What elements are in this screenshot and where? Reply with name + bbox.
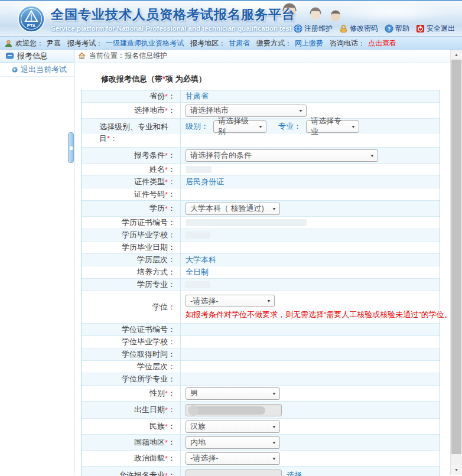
app-subtitle: Service platform for National Profession… [51, 25, 295, 32]
form-row-degree-school: 学位毕业学校： [82, 336, 440, 348]
app-title: 全国专业技术人员资格考试报名服务平台 [51, 6, 295, 24]
masked-value [186, 232, 210, 239]
sidebar-group-exam-info[interactable]: 报考信息 [0, 50, 74, 63]
form-row-name: 姓名*： [82, 164, 440, 176]
select-arrow-icon: ▼ [272, 440, 276, 445]
breadcrumb: 当前位置：报名信息维护 [74, 50, 450, 63]
region-label: 报考地区： [190, 38, 226, 48]
form-row-edu-cert-no: 学历证书编号： [82, 217, 440, 229]
form-row-id-number: 证件号码*： [82, 188, 440, 201]
select-arrow-icon: ▼ [272, 456, 276, 461]
power-icon [416, 24, 425, 33]
region-name: 甘肃省 [229, 38, 250, 48]
form-row-degree-date: 学位取得时间： [82, 348, 440, 361]
form-row-training-mode: 培养方式： 全日制 [82, 266, 440, 279]
masked-value [186, 166, 212, 173]
degree-select[interactable]: -请选择-▼ [186, 295, 275, 307]
form-row-edu-major: 学历专业： [82, 279, 440, 291]
form-row-edu-date: 学历毕业日期： [82, 242, 440, 254]
payment-method: 网上缴费 [295, 38, 323, 48]
select-arrow-icon: ▼ [266, 299, 271, 304]
form-row-education: 学历*： 大学本科（ 核验通过)▼ [82, 201, 440, 217]
welcome-label: 欢迎您： [15, 38, 44, 48]
level-select[interactable]: 请选择级别▼ [213, 120, 266, 133]
degree-note: 如报考条件对学位不做要求，则无需选择“需要人工核验或核验未通过”的学位。 [186, 309, 452, 320]
folder-icon [6, 53, 14, 59]
payment-label: 缴费方式： [256, 38, 292, 48]
scroll-down-button[interactable]: ▼ [451, 465, 462, 475]
form-title: 修改报考信息（带*项 为必填） [101, 74, 450, 84]
form-row-degree-major: 学位所学专业： [82, 373, 440, 386]
form-row-edu-school: 学历毕业学校： [82, 229, 440, 242]
form-row-gender: 性别*： 男▼ [82, 386, 440, 402]
condition-select[interactable]: 请选择符合的条件▼ [186, 149, 378, 162]
form-row-id-type: 证件类型*： 居民身份证 [82, 176, 440, 188]
lock-icon [339, 24, 348, 33]
logo-text: PTA [27, 23, 36, 28]
exam-name: 一级建造师执业资格考试 [106, 38, 184, 48]
user-icon [5, 40, 12, 47]
registration-form: 省份*： 甘肃省 选择地市*： 请选择地市▼ 选择级别、专业和科目*： 级别： … [81, 90, 440, 476]
select-arrow-icon: ▼ [351, 124, 356, 129]
select-arrow-icon: ▼ [258, 124, 263, 129]
header-links: 注册维护 修改密码 ? 帮助 安全退出 [294, 24, 455, 34]
masked-value [190, 406, 265, 415]
nationality-select[interactable]: 内地▼ [186, 436, 280, 449]
app-header: PTA 全国专业技术人员资格考试报名服务平台 Service platform … [0, 0, 462, 37]
register-maintain-link[interactable]: 注册维护 [294, 24, 333, 34]
major-select[interactable]: 请选择专业▼ [306, 120, 359, 133]
safe-logout-link[interactable]: 安全退出 [416, 24, 455, 34]
select-arrow-icon: ▼ [272, 391, 276, 396]
user-name: 尹嘉 [47, 38, 61, 48]
sidebar-collapse-handle[interactable] [68, 132, 74, 163]
help-link[interactable]: ? 帮助 [385, 24, 409, 34]
phone-view-link[interactable]: 点击查看 [368, 38, 396, 48]
form-row-nationality: 国籍地区*： 内地▼ [82, 435, 440, 451]
form-row-level-major: 选择级别、专业和科目*： 级别： 请选择级别▼ 专业： 请选择专业▼ [82, 119, 440, 148]
form-row-birthdate: 出生日期*： [82, 402, 440, 419]
form-row-degree: 学位： -请选择-▼ 如报考条件对学位不做要求，则无需选择“需要人工核验或核验未… [82, 291, 440, 324]
phone-label: 咨询电话： [330, 38, 365, 48]
form-row-political-status: 政治面貌*： -请选择-▼ [82, 451, 440, 467]
form-row-province: 省份*： 甘肃省 [82, 90, 440, 103]
form-row-degree-cert-no: 学位证书编号： [82, 324, 440, 336]
bullet-arrow-icon [12, 67, 18, 73]
form-row-condition: 报考条件*： 请选择符合的条件▼ [82, 148, 440, 164]
birthdate-input-disabled [186, 404, 282, 416]
scrollbar-thumb[interactable] [451, 60, 461, 454]
user-info-bar: 欢迎您：尹嘉 报考考试：一级建造师执业资格考试 报考地区：甘肃省 缴费方式：网上… [0, 37, 462, 50]
select-arrow-icon: ▼ [272, 424, 276, 429]
edu-level-value: 大学本科 [186, 255, 216, 265]
id-type-value: 居民身份证 [186, 177, 224, 187]
platform-logo: PTA [18, 5, 45, 32]
form-row-ethnicity: 民族*： 汉族▼ [82, 419, 440, 435]
choose-major-link[interactable]: 选择 [287, 470, 302, 476]
gender-select[interactable]: 男▼ [186, 387, 280, 400]
select-arrow-icon: ▼ [272, 206, 276, 211]
province-value: 甘肃省 [186, 91, 209, 102]
exam-label: 报考考试： [67, 38, 103, 48]
scroll-up-button[interactable]: ▲ [451, 50, 462, 60]
form-row-degree-level: 学位层次： [82, 361, 440, 373]
major-label: 专业： [278, 121, 301, 132]
content-area: 当前位置：报名信息维护 修改报考信息（带*项 为必填） 省份*： 甘肃省 选择地… [74, 50, 450, 475]
form-row-city: 选择地市*： 请选择地市▼ [82, 103, 440, 119]
globe-icon [294, 24, 302, 33]
city-select[interactable]: 请选择地市▼ [186, 105, 307, 117]
select-arrow-icon: ▼ [298, 108, 303, 113]
masked-value [186, 281, 210, 288]
select-arrow-icon: ▼ [370, 153, 375, 158]
home-icon [78, 52, 86, 60]
sidebar-item-exit-current-exam[interactable]: 退出当前考试 [0, 63, 74, 77]
ethnicity-select[interactable]: 汉族▼ [186, 420, 280, 433]
allowed-major-input-disabled [186, 470, 282, 476]
form-row-edu-level: 学历层次： 大学本科 [82, 254, 440, 266]
education-select[interactable]: 大学本科（ 核验通过)▼ [186, 203, 280, 215]
training-mode-value: 全日制 [186, 267, 209, 278]
political-status-select[interactable]: -请选择-▼ [186, 452, 280, 465]
masked-value [186, 219, 307, 226]
change-password-link[interactable]: 修改密码 [339, 24, 378, 34]
vertical-scrollbar[interactable]: ▲ ▼ [450, 50, 462, 475]
help-icon: ? [385, 24, 393, 33]
sidebar: 报考信息 退出当前考试 [0, 50, 74, 475]
